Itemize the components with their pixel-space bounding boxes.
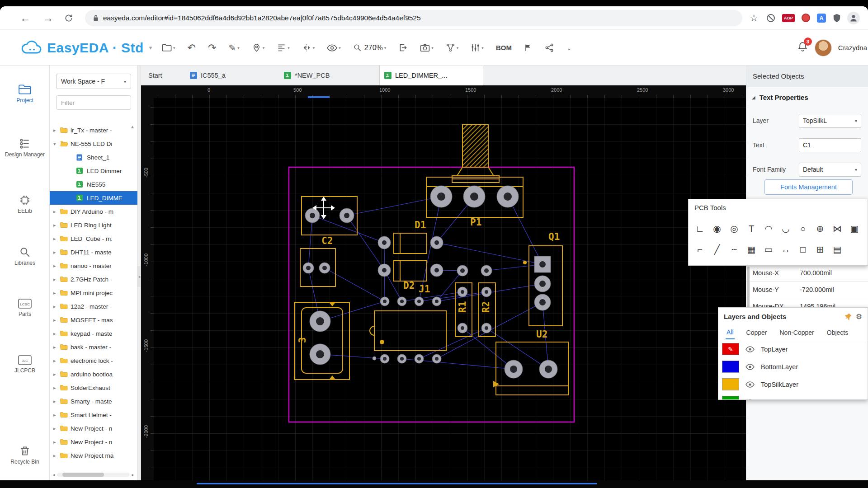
- scrollbar-track[interactable]: [57, 473, 130, 477]
- tree-expand-arrow[interactable]: ▸: [53, 358, 60, 364]
- line-icon[interactable]: ╱: [708, 241, 726, 258]
- tree-item[interactable]: ▸LED_Cube - m:: [50, 232, 137, 245]
- eye-icon[interactable]: [745, 381, 755, 388]
- tree-item[interactable]: LED Dimmer: [50, 164, 137, 178]
- layer-select[interactable]: TopSilkL ▾: [799, 114, 861, 128]
- tree-item[interactable]: LED_DIMME: [50, 191, 137, 205]
- settings-sliders-button[interactable]: ▾: [471, 43, 484, 52]
- snapshot-button[interactable]: ▾: [420, 44, 434, 52]
- dimension-icon[interactable]: ⌐: [691, 241, 708, 258]
- board-outline[interactable]: [289, 167, 574, 422]
- layer-color-swatch[interactable]: [722, 361, 739, 373]
- tree-expand-arrow[interactable]: ▸: [53, 249, 60, 255]
- eye-icon[interactable]: [745, 364, 755, 370]
- scrollbar-thumb[interactable]: [62, 473, 104, 477]
- tree-item[interactable]: ▸2.7GHz Patch -: [50, 272, 137, 286]
- undo-button[interactable]: ↶: [188, 42, 196, 54]
- layer-color-swatch[interactable]: [722, 396, 739, 400]
- red-extension-icon[interactable]: [802, 14, 810, 22]
- eye-icon[interactable]: [745, 346, 755, 352]
- pcb-label-Q1[interactable]: Q1: [548, 231, 560, 242]
- copper-area-icon[interactable]: ⊞: [811, 241, 829, 258]
- browser-profile-avatar[interactable]: [847, 12, 860, 24]
- layers-settings-gear-icon[interactable]: ⚙: [856, 312, 862, 321]
- tree-expand-arrow[interactable]: ▸: [53, 317, 60, 323]
- tree-expand-arrow[interactable]: ▸: [53, 453, 60, 459]
- forward-button[interactable]: →: [42, 13, 53, 23]
- shield-extension-icon[interactable]: [833, 14, 841, 23]
- design-rule-button[interactable]: ▾: [446, 43, 459, 52]
- tree-expand-arrow[interactable]: ▸: [53, 304, 60, 310]
- connect-pad-icon[interactable]: ⋈: [829, 220, 846, 237]
- more-tools-button[interactable]: ⌄: [566, 44, 572, 52]
- draw-tool-button[interactable]: ✎▾: [228, 42, 239, 53]
- pcb-label-J1[interactable]: J1: [419, 284, 430, 295]
- footprint-D2[interactable]: [394, 261, 427, 281]
- tree-item[interactable]: ▾NE-555 LED Di: [50, 137, 137, 150]
- back-button[interactable]: ←: [20, 13, 31, 23]
- layer-color-swatch[interactable]: [722, 378, 739, 390]
- arc-icon[interactable]: ◠: [760, 220, 777, 237]
- easyeda-logo[interactable]: EasyEDA · Std ▾: [21, 30, 152, 66]
- rail-item-design-manager[interactable]: Design Manager: [0, 138, 50, 158]
- tree-expand-arrow[interactable]: ▸: [53, 277, 60, 282]
- file-menu-button[interactable]: ▾: [162, 43, 175, 52]
- pcb-label-P1[interactable]: P1: [470, 217, 481, 228]
- tree-item[interactable]: ▸New Project - n: [50, 435, 137, 449]
- pushpin-icon[interactable]: [844, 313, 852, 320]
- footprint-D1[interactable]: [394, 233, 427, 253]
- circle-icon[interactable]: ◉: [708, 220, 726, 237]
- workspace-select[interactable]: Work Space - F ▾: [56, 74, 131, 89]
- layers-tab-all[interactable]: All: [726, 326, 735, 339]
- pcb-label-D1[interactable]: D1: [415, 220, 426, 230]
- user-avatar[interactable]: [815, 39, 832, 56]
- chevron-down-icon[interactable]: ▾: [149, 44, 152, 51]
- eye-icon[interactable]: [745, 399, 755, 400]
- tree-expand-arrow[interactable]: ▸: [53, 290, 60, 296]
- tree-horizontal-scrollbar[interactable]: ◂ ▸: [51, 471, 136, 478]
- tree-item[interactable]: ▸MPI mini projec: [50, 286, 137, 300]
- tree-expand-arrow[interactable]: ▸: [53, 236, 60, 242]
- rail-item-project[interactable]: Project: [0, 84, 50, 104]
- image-icon[interactable]: ▤: [829, 241, 846, 258]
- tree-item[interactable]: ▸ir_Tx - master -: [50, 123, 137, 137]
- tree-expand-arrow[interactable]: ▸: [53, 426, 60, 432]
- circle-outline-icon[interactable]: ○: [794, 220, 811, 237]
- share-button[interactable]: [545, 43, 554, 52]
- redo-button[interactable]: ↷: [208, 42, 216, 54]
- gerber-button[interactable]: [524, 43, 533, 52]
- bom-button[interactable]: BOM: [496, 44, 512, 52]
- tree-item[interactable]: Sheet_1: [50, 150, 137, 164]
- tree-expand-arrow[interactable]: ▸: [53, 331, 60, 337]
- tab-ic555-a[interactable]: IC555_a: [185, 66, 247, 85]
- pcb-canvas[interactable]: C2D1D2J1P1Q1R1R2U23: [154, 98, 746, 480]
- tree-item[interactable]: ▸Smart Helmet -: [50, 408, 137, 422]
- rail-item-parts[interactable]: LCSCParts: [0, 298, 50, 318]
- pcb-label-R2[interactable]: R2: [481, 301, 491, 313]
- pcb-label-U2[interactable]: U2: [536, 329, 547, 340]
- tree-item[interactable]: ▸SolderExhaust: [50, 381, 137, 394]
- pcb-label-C2[interactable]: C2: [321, 235, 333, 246]
- tree-expand-arrow[interactable]: ▸: [53, 344, 60, 350]
- reload-button[interactable]: [64, 14, 73, 23]
- tree-expand-arrow[interactable]: ▸: [53, 209, 60, 215]
- dotted-line-icon[interactable]: ┄: [726, 241, 743, 258]
- tree-expand-arrow[interactable]: ▸: [53, 263, 60, 269]
- pcb-label-R1[interactable]: R1: [457, 301, 468, 313]
- rail-item-recycle-bin[interactable]: Recycle Bin: [0, 445, 50, 465]
- tree-expand-arrow[interactable]: ▸: [53, 127, 60, 133]
- rail-item-libraries[interactable]: Libraries: [0, 246, 50, 267]
- tree-expand-arrow[interactable]: ▸: [53, 222, 60, 228]
- tree-expand-arrow[interactable]: ▸: [53, 371, 60, 377]
- tree-item[interactable]: ▸arduino bootloa: [50, 367, 137, 381]
- tab--new-pcb[interactable]: *NEW_PCB: [279, 66, 357, 85]
- tree-item[interactable]: ▸12a2 - master -: [50, 300, 137, 313]
- pcb-label-D2[interactable]: D2: [403, 280, 415, 291]
- layers-tab-objects[interactable]: Objects: [826, 326, 849, 339]
- address-bar[interactable]: easyeda.com/editor#id=1845062ddf6a4d6d92…: [85, 10, 742, 26]
- tree-expand-arrow[interactable]: ▸: [53, 439, 60, 445]
- zoom-control[interactable]: 270%▾: [353, 43, 386, 52]
- fonts-management-button[interactable]: Fonts Management: [764, 179, 853, 195]
- rect-icon[interactable]: ▭: [760, 241, 777, 258]
- layers-tab-copper[interactable]: Copper: [745, 326, 768, 339]
